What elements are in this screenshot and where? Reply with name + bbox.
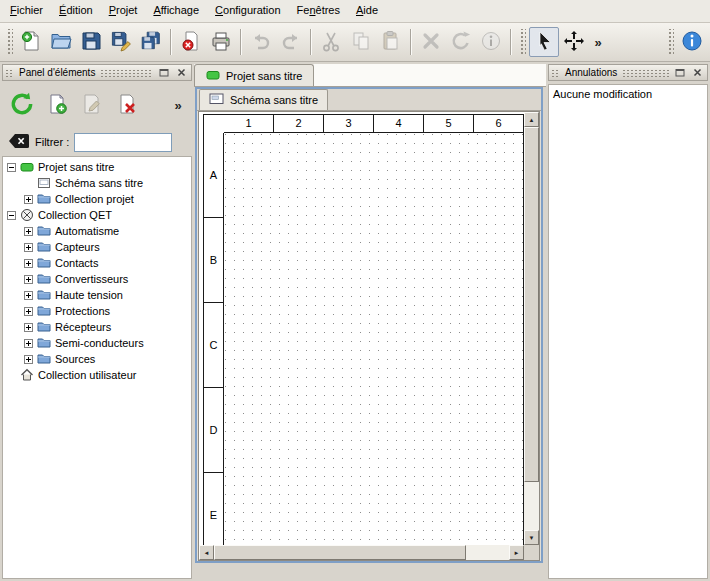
tree-item[interactable]: Collection QET <box>3 207 191 223</box>
tree-item[interactable]: Semi-conducteurs <box>3 335 191 351</box>
tree-item[interactable]: Sources <box>3 351 191 367</box>
new-document-icon <box>20 30 42 54</box>
reload-collections-button[interactable] <box>7 90 37 120</box>
diagram-grid[interactable] <box>225 134 523 545</box>
tree-item[interactable]: Collection utilisateur <box>3 367 191 383</box>
schema-tab[interactable]: Schéma sans titre <box>199 89 328 110</box>
close-panel-button[interactable] <box>174 66 189 79</box>
dock-grip[interactable] <box>622 68 669 77</box>
expander-plus-icon[interactable] <box>24 259 33 268</box>
select-mode-button[interactable] <box>529 27 559 57</box>
new-element-button[interactable] <box>42 90 72 120</box>
menu-item-fichier[interactable]: Fichier <box>2 0 51 22</box>
menu-item-projet[interactable]: Projet <box>101 0 146 22</box>
redo-button[interactable] <box>276 27 306 57</box>
dock-grip[interactable] <box>551 68 560 77</box>
project-tab-bar: Projet sans titre <box>194 64 546 87</box>
tree-item[interactable]: Collection projet <box>3 191 191 207</box>
print-button[interactable] <box>206 27 236 57</box>
menu-item-fenetres[interactable]: Fenêtres <box>289 0 348 22</box>
undo-button[interactable] <box>246 27 276 57</box>
float-panel-button[interactable] <box>672 66 687 79</box>
float-panel-button[interactable] <box>156 66 171 79</box>
folder-icon <box>37 192 51 206</box>
expander-plus-icon[interactable] <box>24 243 33 252</box>
expander-plus-icon[interactable] <box>24 307 33 316</box>
reload-icon <box>9 91 35 119</box>
expander-plus-icon[interactable] <box>24 355 33 364</box>
scroll-left-button[interactable]: ◄ <box>199 545 214 560</box>
tree-item-label: Collection projet <box>55 193 137 205</box>
expander-plus-icon[interactable] <box>24 291 33 300</box>
element-tree[interactable]: Projet sans titreSchéma sans titreCollec… <box>2 156 192 579</box>
filter-input[interactable] <box>74 133 172 152</box>
elements-toolbar-overflow-button[interactable]: » <box>169 92 187 118</box>
tree-item[interactable]: Schéma sans titre <box>3 175 191 191</box>
toolbar-grip[interactable] <box>667 29 674 55</box>
tree-item-label: Convertisseurs <box>55 273 131 285</box>
tree-item[interactable]: Capteurs <box>3 239 191 255</box>
tree-item[interactable]: Protections <box>3 303 191 319</box>
vertical-scroll-thumb[interactable] <box>524 127 539 482</box>
scroll-right-button[interactable]: ► <box>509 545 524 560</box>
horizontal-scroll-thumb[interactable] <box>214 545 466 560</box>
tree-item[interactable]: Contacts <box>3 255 191 271</box>
paste-icon <box>380 30 402 54</box>
expander-plus-icon[interactable] <box>24 275 33 284</box>
filter-label: Filtrer : <box>35 136 69 148</box>
save-all-button[interactable] <box>136 27 166 57</box>
tree-item[interactable]: Automatisme <box>3 223 191 239</box>
clear-filter-button[interactable] <box>7 134 30 151</box>
edit-element-icon <box>81 93 103 117</box>
delete-element-button[interactable] <box>112 90 142 120</box>
mdi-area: Projet sans titre Schéma sans titre 1234… <box>194 62 546 581</box>
new-document-button[interactable] <box>16 27 46 57</box>
vertical-scrollbar[interactable]: ▲ ▼ <box>524 112 539 545</box>
elements-panel-titlebar[interactable]: Panel d'éléments <box>2 64 192 81</box>
rotate-icon <box>450 30 472 54</box>
save-as-button[interactable] <box>106 27 136 57</box>
tree-item[interactable]: Récepteurs <box>3 319 191 335</box>
copy-button[interactable] <box>346 27 376 57</box>
expander-minus-icon[interactable] <box>7 211 16 220</box>
expander-plus-icon[interactable] <box>24 339 33 348</box>
toolbar-grip[interactable] <box>519 29 526 55</box>
edit-element-button[interactable] <box>77 90 107 120</box>
move-mode-button[interactable] <box>559 27 589 57</box>
scroll-down-button[interactable]: ▼ <box>524 530 539 545</box>
tree-item[interactable]: Convertisseurs <box>3 271 191 287</box>
undo-list[interactable]: Aucune modification <box>548 84 708 579</box>
expander-minus-icon[interactable] <box>7 163 16 172</box>
diagram-row-headers: ABCDE <box>204 133 224 545</box>
save-button[interactable] <box>76 27 106 57</box>
menu-item-configuration[interactable]: Configuration <box>207 0 288 22</box>
menu-item-aide[interactable]: Aide <box>348 0 386 22</box>
toolbar-overflow-button[interactable]: » <box>589 29 607 55</box>
diagram-view[interactable]: 123456 ABCDE <box>199 112 524 545</box>
expander-plus-icon[interactable] <box>24 323 33 332</box>
paste-button[interactable] <box>376 27 406 57</box>
about-button[interactable] <box>677 27 707 57</box>
expander-plus-icon[interactable] <box>24 227 33 236</box>
dock-grip[interactable] <box>100 68 153 77</box>
menu-item-edition[interactable]: Édition <box>51 0 101 22</box>
rotate-button[interactable] <box>446 27 476 57</box>
menu-item-affichage[interactable]: Affichage <box>145 0 207 22</box>
object-info-button[interactable] <box>476 27 506 57</box>
tree-item[interactable]: Haute tension <box>3 287 191 303</box>
expander-plus-icon[interactable] <box>24 195 33 204</box>
open-document-button[interactable] <box>46 27 76 57</box>
tree-item-label: Sources <box>55 353 98 365</box>
dock-grip[interactable] <box>5 68 14 77</box>
project-tab[interactable]: Projet sans titre <box>194 64 314 86</box>
toolbar-separator <box>410 29 412 55</box>
toolbar-grip[interactable] <box>6 29 13 55</box>
close-file-button[interactable] <box>176 27 206 57</box>
delete-button[interactable] <box>416 27 446 57</box>
undo-panel-titlebar[interactable]: Annulations <box>548 64 708 81</box>
close-panel-button[interactable] <box>690 66 705 79</box>
horizontal-scrollbar[interactable]: ◄ ► <box>199 545 524 560</box>
scroll-up-button[interactable]: ▲ <box>524 112 539 127</box>
cut-button[interactable] <box>316 27 346 57</box>
tree-item[interactable]: Projet sans titre <box>3 159 191 175</box>
